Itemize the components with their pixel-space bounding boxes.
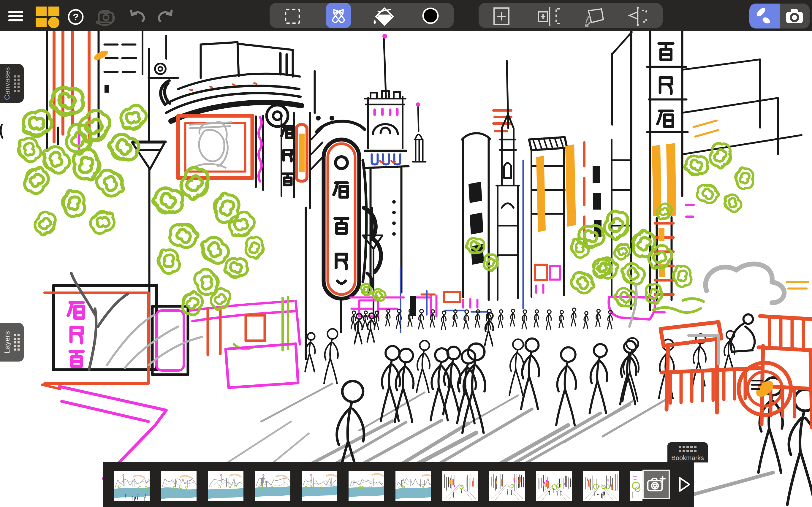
filmstrip-thumbnail[interactable] [255,471,290,501]
filmstrip-thumbnail[interactable] [348,471,384,501]
filmstrip-thumbnail[interactable] [208,471,243,501]
play-triangle-icon [678,476,691,493]
filmstrip-thumbnail[interactable] [489,471,525,501]
filmstrip-bar [103,462,694,507]
svg-text:?: ? [73,12,79,22]
street-scene-sketch [0,0,812,507]
layers-tab[interactable]: Layers [0,323,24,361]
menu-button[interactable] [8,11,23,21]
filmstrip-thumbnail[interactable] [161,471,197,501]
camera-plus-icon [645,474,667,495]
filmstrip-thumbnail[interactable] [442,471,478,501]
canvases-tab[interactable]: Canvases [0,64,24,103]
active-tool-highlight [326,3,351,28]
undo-button[interactable] [131,11,144,21]
filmstrip-thumbnail[interactable] [302,471,337,501]
camera-rotate-icon [96,11,114,25]
bookmarks-tab-label: Bookmarks [671,454,704,462]
bookmarks-tab[interactable]: Bookmarks [667,442,708,462]
play-button[interactable] [676,475,693,493]
filmstrip-thumbnail[interactable] [583,471,619,501]
filmstrip-thumbnail[interactable] [114,471,150,501]
trolley-kiosk [661,314,812,428]
top-toolbar: ? [0,0,812,31]
redo-button[interactable] [159,11,172,21]
street-lamps [132,49,382,370]
brush-mode-highlight [749,4,780,29]
filmstrip-thumbnail[interactable] [536,471,572,501]
layers-tab-label: Layers [3,331,11,353]
gallery-logo-button[interactable] [36,6,59,28]
help-button[interactable]: ? [68,10,83,24]
new-from-camera-button[interactable] [643,469,670,499]
canvases-tab-label: Canvases [3,67,11,100]
color-well[interactable] [423,8,438,23]
app-window: ? [0,0,812,507]
trees [16,82,756,319]
filmstrip-thumbnail[interactable] [395,471,431,501]
drag-handle-icon [679,446,697,452]
drag-handle-icon [14,75,19,92]
filmstrip-thumbnail[interactable] [630,471,643,501]
drag-handle-icon [14,334,19,350]
